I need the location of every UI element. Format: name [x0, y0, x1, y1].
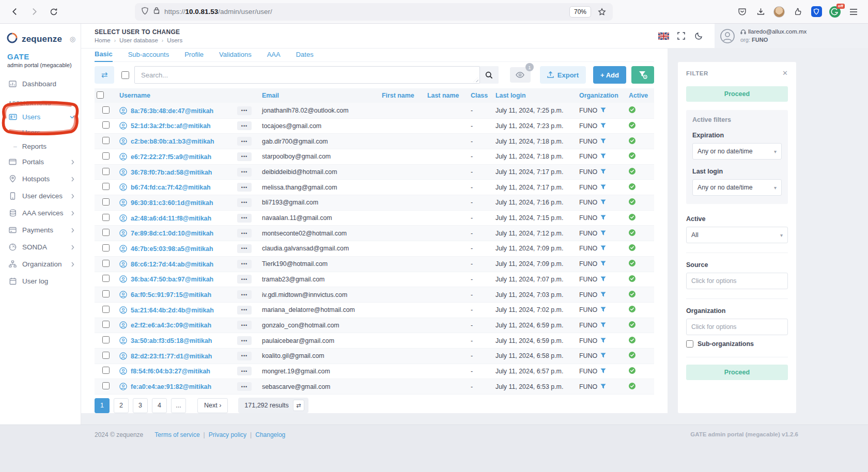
row-actions-button[interactable]: •••: [237, 168, 252, 177]
sub-organizations-checkbox[interactable]: [686, 340, 693, 348]
row-checkbox[interactable]: [102, 168, 110, 175]
target-icon[interactable]: ◎: [70, 35, 75, 43]
username-link[interactable]: 8a:76:3b:48:de:47@mitikah: [131, 107, 213, 115]
sidebar-item-aaa-services[interactable]: AAA services: [0, 204, 81, 222]
row-checkbox[interactable]: [102, 214, 110, 221]
profile-avatar[interactable]: [771, 4, 787, 20]
username-link[interactable]: fe:a0:e4:ae:91:82@mitikah: [131, 383, 211, 390]
username-link[interactable]: a2:48:a6:d4:11:f8@mitikah: [131, 215, 211, 222]
tab-profile[interactable]: Profile: [184, 51, 204, 61]
org-filter-icon[interactable]: [600, 107, 606, 113]
org-filter-icon[interactable]: [600, 230, 606, 236]
logo[interactable]: zequenze ◎: [0, 30, 81, 46]
add-button[interactable]: + Add: [593, 66, 626, 84]
username-link[interactable]: e6:72:22:27:f5:a9@mitikah: [131, 153, 211, 161]
sidebar-item-organization[interactable]: Organization: [0, 256, 81, 273]
org-filter-icon[interactable]: [600, 292, 606, 297]
username-link[interactable]: 96:30:81:c3:60:1d@mitikah: [131, 199, 213, 207]
row-actions-button[interactable]: •••: [237, 352, 252, 360]
org-filter-icon[interactable]: [600, 123, 606, 129]
privacy-link[interactable]: Privacy policy: [209, 431, 246, 438]
breadcrumb-user-database[interactable]: User database: [119, 37, 158, 43]
row-actions-button[interactable]: •••: [237, 198, 252, 207]
page-button-4[interactable]: 4: [152, 398, 167, 413]
username-link[interactable]: 52:1d:3a:2f:bc:af@mitikah: [131, 122, 211, 130]
org-filter-icon[interactable]: [600, 338, 606, 343]
row-checkbox[interactable]: [102, 121, 110, 129]
sidebar-item-portals[interactable]: Portals: [0, 153, 81, 170]
bookmark-star-icon[interactable]: [595, 5, 609, 19]
row-checkbox[interactable]: [102, 260, 110, 267]
col-organization[interactable]: Organization: [577, 88, 627, 103]
row-checkbox[interactable]: [102, 229, 110, 236]
expiration-select[interactable]: Any or no date/time ▾: [692, 143, 782, 160]
bitwarden-icon[interactable]: [808, 4, 825, 20]
username-link[interactable]: f8:54:f6:04:b3:27@mitikah: [131, 368, 210, 375]
page-button-3[interactable]: 3: [133, 398, 148, 413]
col-email[interactable]: Email: [260, 88, 380, 103]
row-actions-button[interactable]: •••: [237, 214, 252, 223]
results-refresh-button[interactable]: ⇄: [293, 400, 304, 411]
row-actions-button[interactable]: •••: [237, 137, 252, 146]
breadcrumb-users[interactable]: Users: [167, 37, 182, 43]
menu-icon[interactable]: [845, 4, 862, 20]
org-filter-icon[interactable]: [600, 215, 606, 221]
row-actions-button[interactable]: •••: [237, 367, 252, 375]
org-filter-icon[interactable]: [600, 153, 606, 159]
org-filter-icon[interactable]: [600, 261, 606, 266]
tab-basic[interactable]: Basic: [95, 50, 113, 62]
username-link[interactable]: 86:c6:12:7d:44:ab@mitikah: [131, 261, 213, 268]
active-select[interactable]: All ▾: [686, 227, 788, 243]
back-button[interactable]: [6, 4, 23, 20]
terms-link[interactable]: Terms of service: [154, 431, 199, 438]
row-checkbox[interactable]: [102, 137, 110, 144]
row-actions-button[interactable]: •••: [237, 321, 252, 329]
language-flag-icon[interactable]: [655, 33, 672, 40]
page-ellipsis[interactable]: ...: [171, 398, 186, 413]
page-button-2[interactable]: 2: [114, 398, 129, 413]
proceed-button-top[interactable]: Proceed: [686, 86, 788, 102]
org-filter-icon[interactable]: [600, 353, 606, 358]
extension-thumb-icon[interactable]: [789, 4, 806, 20]
row-checkbox[interactable]: [102, 275, 110, 282]
search-button[interactable]: [480, 66, 499, 84]
org-filter-icon[interactable]: [600, 184, 606, 190]
page-button-1[interactable]: 1: [95, 398, 110, 413]
org-filter-icon[interactable]: [600, 368, 606, 374]
sidebar-item-users[interactable]: Users: [0, 108, 81, 125]
sidebar-item-dashboard[interactable]: Dashboard: [0, 75, 81, 92]
row-checkbox[interactable]: [102, 183, 110, 190]
header-checkbox[interactable]: [97, 91, 104, 99]
username-link[interactable]: 3a:50:ab:f3:d5:18@mitikah: [131, 337, 212, 344]
tab-dates[interactable]: Dates: [296, 51, 314, 61]
sidebar-item-payments[interactable]: Payments: [0, 222, 81, 239]
close-icon[interactable]: ✕: [782, 69, 788, 77]
proceed-button-bottom[interactable]: Proceed: [686, 365, 788, 380]
sidebar-subitem-users[interactable]: –Users: [0, 125, 81, 139]
row-checkbox[interactable]: [102, 352, 110, 359]
org-filter-icon[interactable]: [600, 276, 606, 282]
username-link[interactable]: 6a:f0:5c:91:97:15@mitikah: [131, 291, 211, 298]
col-active[interactable]: Active: [627, 88, 654, 103]
row-checkbox[interactable]: [102, 306, 110, 313]
org-filter-icon[interactable]: [600, 138, 606, 144]
row-checkbox[interactable]: [102, 382, 110, 389]
refresh-button[interactable]: ⇄: [95, 66, 114, 84]
row-checkbox[interactable]: [102, 336, 110, 343]
sidebar-item-hotspots[interactable]: Hotspots: [0, 170, 81, 187]
col-first-name[interactable]: First name: [380, 88, 425, 103]
dark-mode-moon-icon[interactable]: [690, 32, 707, 40]
search-input[interactable]: [134, 66, 480, 84]
filter-button[interactable]: [631, 66, 654, 84]
lock-warning-icon[interactable]: [153, 7, 160, 17]
sidebar-item-sonda[interactable]: SONDA: [0, 239, 81, 256]
fullscreen-icon[interactable]: [672, 32, 690, 40]
org-filter-icon[interactable]: [600, 322, 606, 328]
row-actions-button[interactable]: •••: [237, 244, 252, 253]
pocket-icon[interactable]: [734, 4, 750, 20]
org-filter-icon[interactable]: [600, 169, 606, 175]
col-last-name[interactable]: Last name: [425, 88, 469, 103]
zoom-level-badge[interactable]: 70%: [569, 6, 591, 18]
row-actions-button[interactable]: •••: [237, 152, 252, 161]
sidebar-item-user-devices[interactable]: User devices: [0, 187, 81, 204]
